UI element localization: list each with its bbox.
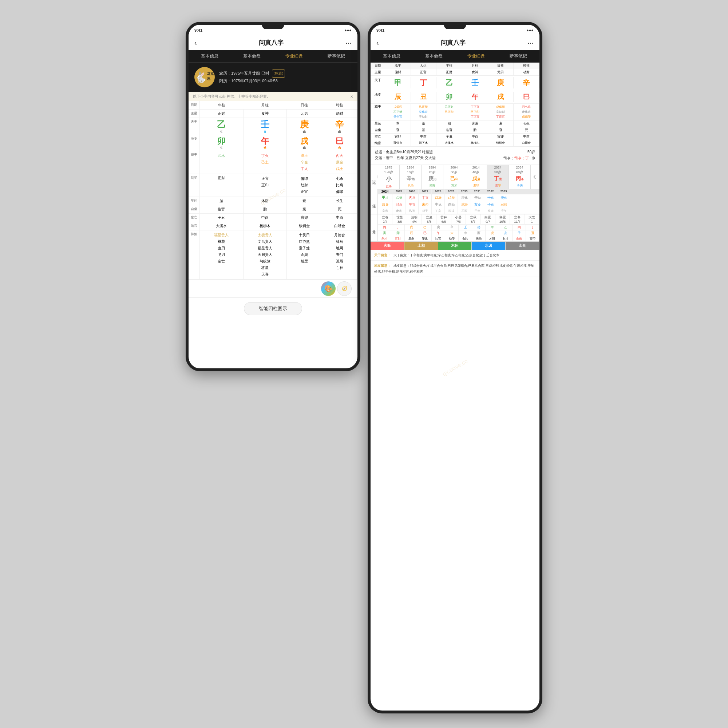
tiangan-nian[interactable]: 乙 🐇 <box>200 118 243 135</box>
cg-yue[interactable]: 丁火 己土 <box>243 151 287 174</box>
fx-shi[interactable]: 七杀比肩偏印 <box>322 174 358 197</box>
dizhi-row-right: 地支 辰 丑 卯 午 戌 巳 <box>370 90 540 104</box>
cg-nian[interactable]: 乙木 <box>200 151 243 174</box>
branch-xu: 戌 <box>289 136 320 146</box>
zhuxing-nian[interactable]: 正财 <box>200 110 243 118</box>
xingyun-label: 星运 <box>188 197 200 205</box>
compass-icon[interactable]: 🧭 <box>337 281 352 296</box>
tiangan-row: 天干 乙 🐇 壬 💧 庚 🪨 辛 🪨 <box>188 118 358 135</box>
jiayun-row: 交运：逢甲、己年 立夏后27天 交大运 司令：司令：丁 ⊕ <box>375 155 535 161</box>
user-name-avatar: 马克思 <box>207 72 215 81</box>
fx-yue[interactable]: 正官正印 <box>243 174 287 197</box>
back-button-right[interactable]: ‹ <box>376 38 379 47</box>
dz-liunian: 辰 <box>385 92 411 102</box>
nayin-row: 纳音 大溪水 杨柳木 钗钏金 白蜡金 <box>188 222 358 230</box>
nav-bar-right: ‹ 问真八字 ··· <box>370 36 540 50</box>
ly-year-row: 2024 2025 2026 2027 2028 2029 2030 2031 … <box>378 189 540 194</box>
zhuxing-shi[interactable]: 劫财 <box>322 110 358 118</box>
fx-ri[interactable]: 偏印劫财正官 <box>287 174 322 197</box>
zz-yue: 胎 <box>243 205 287 214</box>
liuyear-vertical-label: 流年 <box>370 189 378 214</box>
zhuxing-label: 主星 <box>188 110 200 118</box>
ss-ri[interactable]: 十灵日 红艳煞 童子煞 金舆 魁罡 <box>287 230 322 280</box>
back-button-left[interactable]: ‹ <box>194 38 197 47</box>
fx-nian[interactable]: 正财 <box>200 174 243 197</box>
dizhi-nian[interactable]: 卯 🐇 <box>200 135 243 151</box>
tiangan-yue[interactable]: 壬 💧 <box>243 118 287 135</box>
liuyue-wrapper: 流月 立春2/4 惊蛰3/5 清明4/4 立夏5/5 芒种6/5 小暑7/6 立… <box>370 214 540 241</box>
rh-liunian: 流年 <box>385 63 411 69</box>
zz-shi: 死 <box>322 205 358 214</box>
cg-liunian-right[interactable]: 戊偏印 乙正财 癸伤官 <box>385 104 411 120</box>
dizhi-label: 地支 <box>188 135 200 151</box>
nav-bar-left: ‹ 问真八字 ··· <box>188 36 358 50</box>
ly-xiaoyun-row: 辛卯 庚寅 己丑 戊子 丁亥 丙戌 乙酉 甲申 癸未 壬午 <box>378 208 540 214</box>
dizhi-shi[interactable]: 巳 🔥 <box>322 135 358 151</box>
cg-yue-right[interactable]: 丁正官 己正印 丁正官 <box>462 104 488 120</box>
color-wheel-icon[interactable]: 🎨 <box>321 281 336 296</box>
stem-geng-icon: 🪨 <box>289 130 320 133</box>
tab-duanshi-right[interactable]: 断事笔记 <box>497 50 540 62</box>
column-header-row: 日期 年柱 月柱 日柱 时柱 <box>188 101 358 110</box>
kw-ri: 寅卯 <box>287 214 322 222</box>
zhuxing-ri[interactable]: 元男 <box>287 110 322 118</box>
qiyun-text: 起运：出生后8年10月29天21时起运 <box>375 150 433 155</box>
cg-ri[interactable]: 戊土 辛金 丁火 <box>287 151 322 174</box>
tab-jibenxinxi-left[interactable]: 基本信息 <box>188 50 231 62</box>
tab-duanshi-left[interactable]: 断事笔记 <box>315 50 358 62</box>
zz-ri: 衰 <box>287 205 322 214</box>
tab-zhuanyexipan-right[interactable]: 专业细盘 <box>455 50 497 62</box>
cg-label-right: 藏干 <box>370 104 385 120</box>
bazi-table-left: 日期 年柱 月柱 日柱 时柱 主星 正财 食神 元男 劫财 天干 乙 <box>188 101 358 280</box>
ss-nian[interactable]: 福星贵人 桃花 血刃 飞刃 空亡 <box>200 230 243 280</box>
dz-ri: 戌 <box>488 92 514 102</box>
branch-wu-icon: 🔥 <box>246 146 284 149</box>
more-button-left[interactable]: ··· <box>346 38 352 47</box>
zx-yue: 食神 <box>462 69 488 75</box>
yunqi-section: 起运：出生后8年10月29天21时起运 50岁 交运：逢甲、己年 立夏后27天 … <box>370 147 540 165</box>
dayun-col-1984: 1984 10岁 辛劫 辰枭 <box>400 165 422 189</box>
cg-dayun-right[interactable]: 己正印 癸伤官 辛劫财 <box>411 104 437 120</box>
zizuo-row: 自坐 临官 胎 衰 死 <box>188 205 358 214</box>
user-info-card: 🐇 马克思 农历：1975年五月廿四 巳时 (乾造) 阳历：1975年07月03… <box>188 63 358 92</box>
dizhi-ri[interactable]: 戌 🪨 <box>287 135 322 151</box>
nayin-label: 纳音 <box>188 222 200 230</box>
wuxing-bar: 火旺 土相 木休 水囚 金死 <box>370 241 540 250</box>
cg-ri-right[interactable]: 戊偏印 辛劫财 丁正官 <box>488 104 514 120</box>
zz-nian: 临官 <box>200 205 243 214</box>
zhitu-button[interactable]: 智能四柱图示 <box>244 302 302 315</box>
tg-dayun: 丁 <box>411 77 437 89</box>
stem-ren: 壬 <box>246 119 284 130</box>
dizhi-note-label: 地支留意： <box>374 263 392 269</box>
fuxing-label: 副星 <box>188 174 200 197</box>
ss-shi[interactable]: 月德合 驿马 地网 丧门 孤辰 亡神 <box>322 230 358 280</box>
dizhi-yue[interactable]: 午 🔥 <box>243 135 287 151</box>
kw-yue: 申酉 <box>243 214 287 222</box>
close-icon[interactable]: ✕ <box>350 95 353 99</box>
tab-jibenmingpan-right[interactable]: 基本命盘 <box>413 50 455 62</box>
tab-zhuanyexipan-left[interactable]: 专业细盘 <box>273 50 315 62</box>
tiangan-row-right: 天干 甲 丁 乙 壬 庚 辛 <box>370 76 540 90</box>
dayun-vertical-label: 大运 <box>370 176 378 178</box>
ly-stem-row: 甲才 乙财 丙杀 丁官 戊枭 己印 庚比 辛劫 壬伤 癸伤 <box>378 194 540 201</box>
tab-jibenmingpan-left[interactable]: 基本命盘 <box>231 50 273 62</box>
wx-water: 水囚 <box>472 242 506 250</box>
siling-value: 司令：丁 <box>514 156 529 160</box>
zhuxing-row-right: 主星 偏财 正官 正财 食神 元男 劫财 <box>370 69 540 76</box>
age50-text: 50岁 <box>528 150 535 155</box>
dayun-col-2024: 2024 50岁 丁官 丑印 <box>487 165 509 189</box>
zhuxing-yue[interactable]: 食神 <box>243 110 287 118</box>
cg-shi-right[interactable]: 丙七杀 庚比肩 戊偏印 <box>514 104 540 120</box>
tab-jibenxinxi-right[interactable]: 基本信息 <box>370 50 413 62</box>
lunar-info: 农历：1975年五月廿四 巳时 (乾造) <box>219 70 352 78</box>
dizhi-note-section: 地支留意： 地支留意：卯戌合化火;午戌半合火局;已巳见卯暗合;已丑拱合酉;丑戌相… <box>370 261 540 277</box>
cg-nian-right[interactable]: 乙正财 己正印 <box>436 104 462 120</box>
xy-yue: 沐浴 <box>243 197 287 205</box>
dayun-wrapper: 大运 1975 1~9岁 小 已杀 1984 10岁 辛劫 辰枭 <box>370 165 540 189</box>
ss-yue[interactable]: 太极贵人 文昌贵人 福星贵人 天厨贵人 勾绞煞 将星 天喜 <box>243 230 287 280</box>
tiangan-shi[interactable]: 辛 🪨 <box>322 118 358 135</box>
tiangan-ri[interactable]: 庚 🪨 <box>287 118 322 135</box>
cg-shi[interactable]: 丙火 庚金 戊土 <box>322 151 358 174</box>
siling-icon[interactable]: ⊕ <box>531 155 535 161</box>
more-button-right[interactable]: ··· <box>528 38 534 47</box>
